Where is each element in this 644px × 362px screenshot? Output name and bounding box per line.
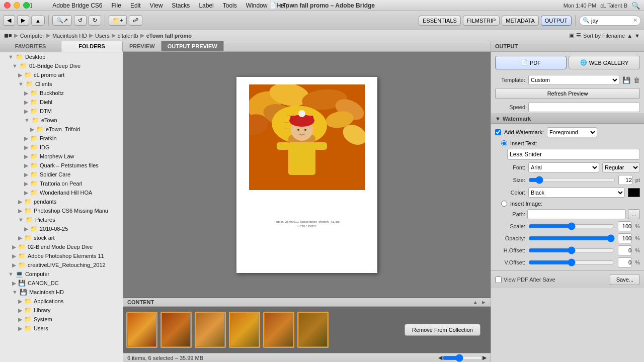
apple-logo[interactable]:  (30, 2, 32, 10)
menu-window[interactable]: Window (242, 2, 272, 10)
refresh-preview-button[interactable]: Refresh Preview (495, 88, 640, 99)
tree-item-trattoria[interactable]: ▶ 📁 Trattoria on Pearl (0, 179, 123, 188)
tree-item-pictures[interactable]: ▼ 📁 Pictures (0, 215, 123, 224)
back-button[interactable]: ◀ (3, 15, 15, 26)
tree-item-canon-dc[interactable]: ▶ 💾 CANON_DC (0, 279, 123, 288)
add-watermark-checkbox[interactable] (495, 129, 501, 135)
rotate-cw-button[interactable]: ↻ (89, 15, 101, 26)
rotate-ccw-button[interactable]: ↺ (74, 15, 87, 26)
tree-item-dtm[interactable]: ▶ 📁 DTM (0, 107, 123, 116)
speed-input[interactable] (528, 102, 640, 112)
path-browse-button[interactable]: ... (628, 209, 640, 219)
breadcrumb-current[interactable]: eTown fall promo (146, 33, 192, 39)
tree-item-wonderland[interactable]: ▶ 📁 Wonderland Hill HOA (0, 188, 123, 197)
template-select[interactable]: Custom Default (528, 75, 619, 85)
tree-item-fratkin[interactable]: ▶ 📁 Fratkin (0, 134, 123, 143)
tab-preview[interactable]: PREVIEW (123, 41, 162, 51)
folders-tab[interactable]: FOLDERS (61, 41, 123, 52)
opacity-slider[interactable] (528, 235, 615, 242)
tree-item-desktop[interactable]: ▼ 📁 Desktop (0, 52, 123, 61)
grid-view-icon[interactable]: ▣ (569, 32, 574, 39)
menu-edit[interactable]: Edit (126, 2, 145, 10)
maximize-button[interactable] (23, 2, 30, 9)
tree-item-applications[interactable]: ▶ 📁 Applications (0, 297, 123, 306)
scale-value-input[interactable] (618, 221, 632, 231)
view-pdf-checkbox[interactable] (495, 277, 502, 283)
thumbnail-4[interactable] (229, 312, 260, 348)
insert-text-radio[interactable] (501, 140, 507, 146)
list-view-icon[interactable]: ☰ (576, 32, 581, 39)
tree-item-system[interactable]: ▶ 📁 System (0, 315, 123, 324)
tree-item-2010[interactable]: ▶ 📁 2010-08-25 (0, 224, 123, 233)
content-collapse-icon[interactable]: ▲ (472, 299, 478, 305)
hoffset-value-input[interactable] (618, 245, 632, 255)
menu-bar[interactable]: Adobe Bridge CS6 File Edit View Stacks L… (48, 2, 293, 10)
tree-item-users[interactable]: ▶ 📁 Users (0, 324, 123, 333)
favorites-tab[interactable]: FAVORITES (0, 41, 61, 52)
tree-item-stock-art[interactable]: ▶ 📁 stock art (0, 233, 123, 242)
close-button[interactable] (4, 2, 11, 9)
tree-item-creativelive[interactable]: ▶ 📁 creativeLIVE_Retouching_2012 (0, 260, 123, 269)
thumbnail-1[interactable] (126, 312, 157, 348)
search-bar[interactable]: 🔍 ✕ (579, 16, 641, 26)
filter-icon[interactable]: ▼ (634, 33, 640, 39)
pdf-button[interactable]: 📄 PDF (495, 56, 567, 69)
watermark-text-input[interactable] (507, 149, 640, 160)
tree-item-adobe-ps-elements[interactable]: ▶ 📁 Adobe Photoshop Elements 11 (0, 251, 123, 260)
up-button[interactable]: ▲ (31, 16, 45, 26)
menu-file[interactable]: File (108, 2, 125, 10)
tree-item-pendants[interactable]: ▶ 📁 pendants (0, 197, 123, 206)
output-button[interactable]: OUTPUT (541, 16, 572, 26)
zoom-slider[interactable] (442, 355, 482, 361)
tree-item-idg[interactable]: ▶ 📁 IDG (0, 143, 123, 152)
size-value-input[interactable] (618, 175, 632, 185)
tree-item-cl-promo-art[interactable]: ▶ 📁 cL promo art (0, 70, 123, 79)
voffset-slider[interactable] (528, 259, 615, 266)
tree-item-morphew-law[interactable]: ▶ 📁 Morphew Law (0, 152, 123, 161)
color-select[interactable]: Black White Red (528, 188, 625, 198)
thumbnail-6[interactable] (297, 312, 329, 348)
zoom-in-icon[interactable]: ▶ (482, 354, 487, 361)
tree-item-photoshop-cs6[interactable]: ▶ 📁 Photoshop CS6 Missing Manu (0, 206, 123, 215)
breadcrumb-user[interactable]: cltalentb (118, 33, 138, 39)
tree-item-etown[interactable]: ▼ 📁 eTown (0, 116, 123, 125)
open-bridge-button[interactable]: ☍ (129, 15, 142, 26)
content-settings-icon[interactable]: ► (481, 299, 487, 305)
save-button[interactable]: Save... (610, 274, 640, 285)
thumbnail-2[interactable] (160, 312, 192, 348)
search-input[interactable] (591, 18, 631, 24)
menu-adobe-bridge[interactable]: Adobe Bridge CS6 (48, 2, 106, 10)
delete-template-icon[interactable]: 🗑 (633, 76, 640, 84)
essentials-button[interactable]: ESSENTIALS (419, 16, 461, 26)
breadcrumb-computer[interactable]: Computer (20, 33, 44, 39)
hoffset-slider[interactable] (528, 247, 615, 254)
web-gallery-button[interactable]: 🌐 WEB GALLERY (569, 56, 640, 69)
reveal-button[interactable]: 🔍↗ (52, 15, 72, 26)
zoom-slider-icon[interactable]: ◀ (438, 354, 442, 361)
voffset-value-input[interactable] (618, 257, 632, 267)
spotlight-icon[interactable]: 🔍 (631, 2, 640, 10)
tree-item-library[interactable]: ▶ 📁 Library (0, 306, 123, 315)
tab-output-preview[interactable]: OUTPUT PREVIEW (162, 41, 224, 51)
watermark-position-select[interactable]: Foreground Background (547, 127, 597, 137)
tree-item-soldier-care[interactable]: ▶ 📁 Soldier Care (0, 170, 123, 179)
thumbnail-3[interactable] (195, 312, 226, 348)
watermark-section-header[interactable]: ▼ Watermark (491, 114, 644, 124)
font-style-select[interactable]: Regular Bold Italic (602, 162, 640, 172)
opacity-value-input[interactable] (618, 233, 632, 243)
tree-item-blend-mode[interactable]: ▶ 📁 02-Blend Mode Deep Dive (0, 242, 123, 251)
tree-item-computer[interactable]: ▼ 💻 Computer (0, 269, 123, 279)
tree-item-etown-trifold[interactable]: ▶ 📁 eTown_Trifold (0, 125, 123, 134)
new-folder-button[interactable]: 📁+ (109, 15, 127, 26)
forward-button[interactable]: ▶ (17, 15, 29, 26)
path-input[interactable] (527, 209, 626, 219)
remove-from-collection-button[interactable]: Remove From Collection (405, 324, 480, 336)
minimize-button[interactable] (14, 2, 20, 9)
filmstrip-button[interactable]: FILMSTRIP (463, 16, 500, 26)
save-template-icon[interactable]: 💾 (622, 76, 630, 84)
view-toggle[interactable]: ◼■ (4, 32, 12, 39)
clear-search-icon[interactable]: ✕ (633, 17, 637, 24)
scale-slider[interactable] (528, 223, 615, 230)
breadcrumb-users[interactable]: Users (95, 33, 110, 39)
thumbnail-5[interactable] (263, 312, 294, 348)
